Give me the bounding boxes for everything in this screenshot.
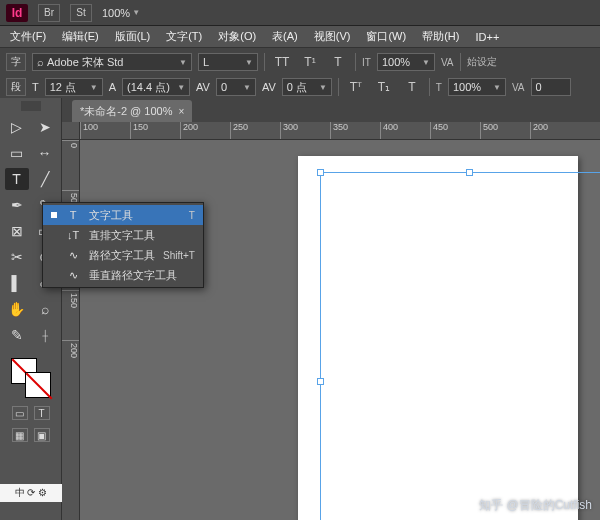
- app-titlebar: Id Br St 100% ▼: [0, 0, 600, 26]
- color-swatch[interactable]: [11, 358, 51, 398]
- flyout-item-vertical-type[interactable]: ↓T 直排文字工具: [43, 225, 203, 245]
- gap-tool[interactable]: ↔: [33, 142, 57, 164]
- font-family-combo[interactable]: ⌕ Adobe 宋体 Std ▼: [32, 53, 192, 71]
- canvas[interactable]: 100 150 200 250 300 350 400 450 500 200 …: [62, 122, 600, 520]
- va-icon: VA: [512, 82, 525, 93]
- line-tool[interactable]: ╱: [33, 168, 57, 190]
- hand-tool[interactable]: ✋: [5, 298, 29, 320]
- scale-y-combo[interactable]: 100%▼: [448, 78, 506, 96]
- ime-indicator[interactable]: 中 ⟳ ⚙: [0, 484, 62, 502]
- scale-x-combo[interactable]: 100%▼: [377, 53, 435, 71]
- stock-button[interactable]: St: [70, 4, 92, 22]
- va-icon: VA: [441, 57, 454, 68]
- type-tool[interactable]: T: [5, 168, 29, 190]
- kerning-combo[interactable]: 0▼: [216, 78, 256, 96]
- scale-y-icon: T: [436, 82, 442, 93]
- vertical-ruler[interactable]: 0 50 100 150 200: [62, 140, 80, 520]
- va-combo[interactable]: 0: [531, 78, 571, 96]
- chevron-down-icon: ▼: [243, 83, 251, 92]
- document-tabs: *未命名-2 @ 100% ×: [62, 98, 600, 122]
- document-tab[interactable]: *未命名-2 @ 100% ×: [72, 100, 192, 122]
- flyout-label: 文字工具: [89, 208, 181, 223]
- flyout-item-path-type[interactable]: ∿ 路径文字工具 Shift+T: [43, 245, 203, 265]
- note-tool[interactable]: ✎: [5, 324, 29, 346]
- flyout-item-type[interactable]: T 文字工具 T: [43, 205, 203, 225]
- vertical-path-type-icon: ∿: [65, 269, 81, 282]
- separator: [355, 53, 356, 71]
- font-size-value: 12 点: [50, 80, 76, 95]
- chevron-down-icon: ▼: [493, 83, 501, 92]
- view-mode-normal[interactable]: ▦: [12, 428, 28, 442]
- document-tab-title: *未命名-2 @ 100%: [80, 104, 172, 119]
- chevron-down-icon: ▼: [177, 83, 185, 92]
- resize-handle[interactable]: [317, 378, 324, 385]
- format-text-button[interactable]: T: [34, 406, 50, 420]
- defaults-label: 始设定: [467, 55, 497, 69]
- zoom-tool[interactable]: ⌕: [33, 298, 57, 320]
- character-mode-chip[interactable]: 字: [6, 53, 26, 71]
- flyout-item-vertical-path-type[interactable]: ∿ 垂直路径文字工具: [43, 265, 203, 285]
- scale-y-value: 100%: [453, 81, 481, 93]
- underline-button[interactable]: T: [327, 53, 349, 71]
- panel-grip[interactable]: [21, 101, 41, 111]
- zoom-level-combo[interactable]: 100% ▼: [102, 7, 140, 19]
- bridge-button[interactable]: Br: [38, 4, 60, 22]
- gradient-tool[interactable]: ▌: [5, 272, 29, 294]
- scissors-tool[interactable]: ✂: [5, 246, 29, 268]
- menu-table[interactable]: 表(A): [266, 27, 304, 46]
- tracking-combo[interactable]: 0 点▼: [282, 78, 332, 96]
- strikethrough-button[interactable]: T: [401, 78, 423, 96]
- flyout-label: 路径文字工具: [89, 248, 155, 263]
- kerning-value: 0: [221, 81, 227, 93]
- menu-idpp[interactable]: ID++: [469, 29, 505, 45]
- subscript-button[interactable]: T₁: [373, 78, 395, 96]
- ruler-origin[interactable]: [62, 122, 80, 140]
- flyout-shortcut: Shift+T: [163, 250, 195, 261]
- chevron-down-icon: ▼: [179, 58, 187, 67]
- text-frame-selected[interactable]: [320, 172, 600, 520]
- font-style-combo[interactable]: L ▼: [198, 53, 258, 71]
- flyout-shortcut: T: [189, 210, 195, 221]
- allcaps-button[interactable]: TT: [271, 53, 293, 71]
- stroke-swatch[interactable]: [25, 372, 51, 398]
- resize-handle[interactable]: [466, 169, 473, 176]
- selection-tool[interactable]: ▷: [5, 116, 29, 138]
- tools-panel: ▷ ➤ ▭ ↔ T ╱ ✒ ✎ ⊠ ▭ ✂ ⊕ ▌ ✐ ✋ ⌕ ✎ ⟊ ▭ T …: [0, 98, 62, 520]
- rectangle-frame-tool[interactable]: ⊠: [5, 220, 29, 242]
- paragraph-mode-chip[interactable]: 段: [6, 78, 26, 96]
- path-type-icon: ∿: [65, 249, 81, 262]
- menu-file[interactable]: 文件(F): [4, 27, 52, 46]
- menu-help[interactable]: 帮助(H): [416, 27, 465, 46]
- chevron-down-icon: ▼: [90, 83, 98, 92]
- superscript-button[interactable]: T¹: [299, 53, 321, 71]
- separator: [429, 78, 430, 96]
- scale-x-icon: IT: [362, 57, 371, 68]
- scale-x-value: 100%: [382, 56, 410, 68]
- direct-selection-tool[interactable]: ➤: [33, 116, 57, 138]
- measure-tool[interactable]: ⟊: [33, 324, 57, 346]
- menu-layout[interactable]: 版面(L): [109, 27, 156, 46]
- page-tool[interactable]: ▭: [5, 142, 29, 164]
- horizontal-ruler[interactable]: 100 150 200 250 300 350 400 450 500 200: [80, 122, 600, 140]
- ruler-tick: 150: [62, 290, 79, 340]
- menu-type[interactable]: 文字(T): [160, 27, 208, 46]
- smallcaps-button[interactable]: Tᵀ: [345, 78, 367, 96]
- flyout-label: 直排文字工具: [89, 228, 187, 243]
- leading-combo[interactable]: (14.4 点)▼: [122, 78, 190, 96]
- document-area: *未命名-2 @ 100% × 100 150 200 250 300 350 …: [62, 98, 600, 520]
- va-value: 0: [536, 81, 542, 93]
- pen-tool[interactable]: ✒: [5, 194, 29, 216]
- menu-window[interactable]: 窗口(W): [360, 27, 412, 46]
- ruler-tick: 350: [330, 122, 380, 139]
- menu-view[interactable]: 视图(V): [308, 27, 357, 46]
- format-container-button[interactable]: ▭: [12, 406, 28, 420]
- menu-object[interactable]: 对象(O): [212, 27, 262, 46]
- resize-handle[interactable]: [317, 169, 324, 176]
- ruler-tick: 200: [530, 122, 580, 139]
- view-mode-preview[interactable]: ▣: [34, 428, 50, 442]
- menu-edit[interactable]: 编辑(E): [56, 27, 105, 46]
- tracking-value: 0 点: [287, 80, 307, 95]
- close-icon[interactable]: ×: [178, 106, 184, 117]
- font-size-combo[interactable]: 12 点▼: [45, 78, 103, 96]
- chevron-down-icon: ▼: [422, 58, 430, 67]
